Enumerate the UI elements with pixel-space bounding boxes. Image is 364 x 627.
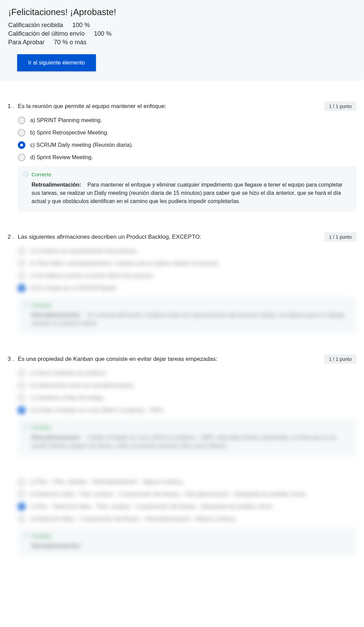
radio-icon xyxy=(18,478,25,486)
option: c) Se elabora durante el primer Sprint d… xyxy=(18,272,356,280)
option[interactable]: a) SPRINT Planning meeting. xyxy=(18,117,356,124)
radio-icon xyxy=(18,490,25,498)
option: d) Detección falsa – Comprensión del blo… xyxy=(18,515,356,523)
correct-label: Correcto xyxy=(32,171,350,179)
points-badge: 1 / 1 punto xyxy=(324,354,356,364)
option: b) Tiene fallos, reemplazamientos, cambi… xyxy=(18,260,356,267)
option: b) Detección falsa – Plan, analizar – Co… xyxy=(18,490,356,498)
results-header: ¡Felicitaciones! ¡Aprobaste! Calificació… xyxy=(0,0,364,81)
radio-icon xyxy=(18,272,25,280)
question-number: 2 . xyxy=(8,234,18,240)
check-icon xyxy=(23,171,29,178)
feedback-box: CorrectoRetroalimentación:Es correcta af… xyxy=(18,297,356,334)
question: a) Plan – Plan, analizar – Retroalimenta… xyxy=(8,478,356,557)
radio-icon xyxy=(18,369,25,377)
correct-label: Correcto xyxy=(32,301,350,309)
question-text: Es la reunión que permite al equipo mant… xyxy=(18,103,356,110)
feedback-box: CorrectoRetroalimentación:Para mantener … xyxy=(18,166,356,212)
radio-icon xyxy=(18,515,25,523)
feedback-label: Retroalimentación: xyxy=(32,543,81,549)
feedback-body: Retroalimentación: xyxy=(32,542,350,550)
score-value: 70 % o más xyxy=(54,39,86,46)
points-badge: 1 / 1 punto xyxy=(324,102,356,111)
option-text: b) Tiene fallos, reemplazamientos, cambi… xyxy=(30,260,220,267)
option: a) Plan – Plan, analizar – Retroalimenta… xyxy=(18,478,356,486)
option-text: a) Plan – Plan, analizar – Retroalimenta… xyxy=(30,479,184,485)
feedback-label: Retroalimentación: xyxy=(32,182,81,188)
radio-icon xyxy=(18,129,25,137)
check-icon xyxy=(23,301,29,308)
option-text: d) Limitar el trabajo en curso (Work in … xyxy=(30,407,164,413)
check-icon xyxy=(23,532,29,539)
radio-icon xyxy=(18,382,25,389)
option-text: b) Sprint Retrospective Meeting. xyxy=(30,130,109,136)
options-list: a) Hacer explícitas las políticas.b) Imp… xyxy=(18,369,356,414)
score-label: Calificación recibida xyxy=(8,22,63,29)
feedback-text: Limitar el trabajo en curso (Work in pro… xyxy=(32,435,336,449)
option: b) Implementar ciclos de retroalimentaci… xyxy=(18,382,356,389)
question-head: 1 .Es la reunión que permite al equipo m… xyxy=(8,103,356,110)
radio-icon xyxy=(18,406,25,414)
radio-icon xyxy=(18,260,25,267)
option-text: d) Es creado por el SCRUM Master. xyxy=(30,285,118,291)
feedback-text: Es correcta afirmación, contiene todos l… xyxy=(32,312,345,326)
radio-icon xyxy=(18,284,25,292)
option-text: d) Sprint Review Meeting. xyxy=(30,154,93,161)
feedback-body: Retroalimentación:Para mantener el enfoq… xyxy=(32,181,350,205)
option[interactable]: d) Sprint Review Meeting. xyxy=(18,154,356,161)
score-row-received: Calificación recibida 100 % xyxy=(8,22,356,29)
question-head: 2 .Las siguientes afirmaciones describen… xyxy=(8,234,356,240)
question: 2 .Las siguientes afirmaciones describen… xyxy=(8,234,356,334)
option[interactable]: c) SCRUM Daily meeting (Reunión diaria). xyxy=(18,141,356,149)
points-badge: 1 / 1 punto xyxy=(324,232,356,242)
score-label: Calificación del último envío xyxy=(8,30,85,37)
score-value: 100 % xyxy=(72,22,90,29)
check-icon xyxy=(23,424,29,430)
score-row-pass: Para Aprobar 70 % o más xyxy=(8,39,356,46)
feedback-body: Retroalimentación:Es correcta afirmación… xyxy=(32,311,350,328)
option-text: c) Se elabora durante el primer Sprint d… xyxy=(30,273,155,279)
options-list: a) Contiene los requerimientos del produ… xyxy=(18,247,356,292)
option-text: a) Contiene los requerimientos del produ… xyxy=(30,248,138,254)
page-title: ¡Felicitaciones! ¡Aprobaste! xyxy=(8,7,356,17)
option: a) Hacer explícitas las políticas. xyxy=(18,369,356,377)
score-label: Para Aprobar xyxy=(8,39,45,46)
question-number: 3 . xyxy=(8,356,18,363)
option-text: a) Hacer explícitas las políticas. xyxy=(30,370,107,376)
option-text: a) SPRINT Planning meeting. xyxy=(30,117,102,123)
feedback-box: CorrectoRetroalimentación: xyxy=(18,528,356,557)
question: 3 .Es una propiedad de Kanban que consis… xyxy=(8,356,356,456)
option: c) Plan – Detección falsa – Plan, analiz… xyxy=(18,503,356,510)
correct-label: Correcto xyxy=(32,424,350,431)
feedback-label: Retroalimentación: xyxy=(32,312,81,318)
options-list: a) SPRINT Planning meeting.b) Sprint Ret… xyxy=(18,117,356,161)
radio-icon xyxy=(18,117,25,124)
option-text: b) Detección falsa – Plan, analizar – Co… xyxy=(30,491,307,497)
option-text: b) Implementar ciclos de retroalimentaci… xyxy=(30,382,135,389)
options-list: a) Plan – Plan, analizar – Retroalimenta… xyxy=(18,478,356,523)
option: d) Limitar el trabajo en curso (Work in … xyxy=(18,406,356,414)
option: a) Contiene los requerimientos del produ… xyxy=(18,247,356,255)
option-text: d) Detección falsa – Comprensión del blo… xyxy=(30,516,236,522)
radio-icon xyxy=(18,141,25,149)
feedback-label: Retroalimentación: xyxy=(32,435,81,440)
question-text: Las siguientes afirmaciones describen un… xyxy=(18,234,356,240)
radio-icon xyxy=(18,394,25,402)
feedback-body: Retroalimentación:Limitar el trabajo en … xyxy=(32,434,350,450)
correct-label: Correcto xyxy=(32,532,350,540)
option: d) Es creado por el SCRUM Master. xyxy=(18,284,356,292)
radio-icon xyxy=(18,154,25,161)
question-number: 1 . xyxy=(8,103,18,110)
radio-icon xyxy=(18,247,25,255)
next-item-button[interactable]: Ir al siguiente elemento xyxy=(17,54,96,71)
feedback-box: CorrectoRetroalimentación:Limitar el tra… xyxy=(18,419,356,456)
question-text: Es una propiedad de Kanban que consiste … xyxy=(18,356,356,363)
option-text: c) Plan – Detección falsa – Plan, analiz… xyxy=(30,504,274,510)
score-value: 100 % xyxy=(94,30,111,37)
question: 1 .Es la reunión que permite al equipo m… xyxy=(8,103,356,212)
option[interactable]: b) Sprint Retrospective Meeting. xyxy=(18,129,356,137)
quiz-body: 1 .Es la reunión que permite al equipo m… xyxy=(0,103,364,577)
question-head: 3 .Es una propiedad de Kanban que consis… xyxy=(8,356,356,363)
score-row-last: Calificación del último envío 100 % xyxy=(8,30,356,37)
option: c) Visualizar el flujo de trabajo. xyxy=(18,394,356,402)
